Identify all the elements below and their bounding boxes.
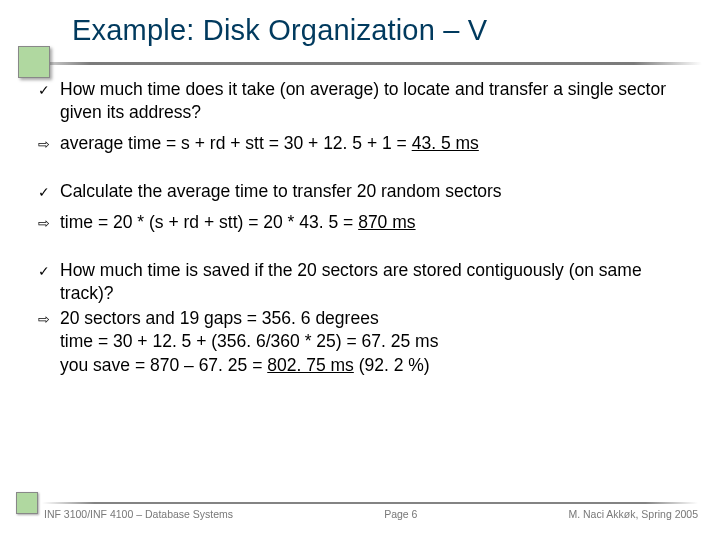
footer-underline	[42, 502, 698, 504]
arrow-icon: ⇨	[38, 132, 60, 156]
footer-text: INF 3100/INF 4100 – Database Systems Pag…	[44, 508, 698, 520]
item-text: average time = s + rd + stt = 30 + 12. 5…	[60, 132, 692, 155]
title-underline	[22, 62, 702, 65]
footer-decoration-box	[16, 492, 38, 514]
item-text: time = 20 * (s + rd + stt) = 20 * 43. 5 …	[60, 211, 692, 234]
item-text: How much time is saved if the 20 sectors…	[60, 259, 692, 306]
arrow-icon: ⇨	[38, 211, 60, 235]
footer-left: INF 3100/INF 4100 – Database Systems	[44, 508, 233, 520]
slide-title: Example: Disk Organization – V	[0, 8, 720, 47]
check-icon: ✓	[38, 180, 60, 204]
item-text: How much time does it take (on average) …	[60, 78, 692, 125]
slide: Example: Disk Organization – V ✓ How muc…	[0, 0, 720, 540]
arrow-icon: ⇨	[38, 307, 60, 331]
list-item: ⇨ average time = s + rd + stt = 30 + 12.…	[38, 132, 692, 156]
list-item: ✓ Calculate the average time to transfer…	[38, 180, 692, 204]
item-text: Calculate the average time to transfer 2…	[60, 180, 692, 203]
footer: INF 3100/INF 4100 – Database Systems Pag…	[0, 496, 720, 526]
title-bar: Example: Disk Organization – V	[0, 8, 720, 68]
footer-right: M. Naci Akkøk, Spring 2005	[568, 508, 698, 520]
item-text: 20 sectors and 19 gaps = 356. 6 degreest…	[60, 307, 692, 377]
list-item: ✓ How much time does it take (on average…	[38, 78, 692, 125]
content-area: ✓ How much time does it take (on average…	[38, 78, 692, 379]
list-item: ✓ How much time is saved if the 20 secto…	[38, 259, 692, 306]
check-icon: ✓	[38, 259, 60, 283]
footer-center: Page 6	[384, 508, 417, 520]
list-item: ⇨ 20 sectors and 19 gaps = 356. 6 degree…	[38, 307, 692, 377]
check-icon: ✓	[38, 78, 60, 102]
list-item: ⇨ time = 20 * (s + rd + stt) = 20 * 43. …	[38, 211, 692, 235]
title-decoration-box	[18, 46, 50, 78]
